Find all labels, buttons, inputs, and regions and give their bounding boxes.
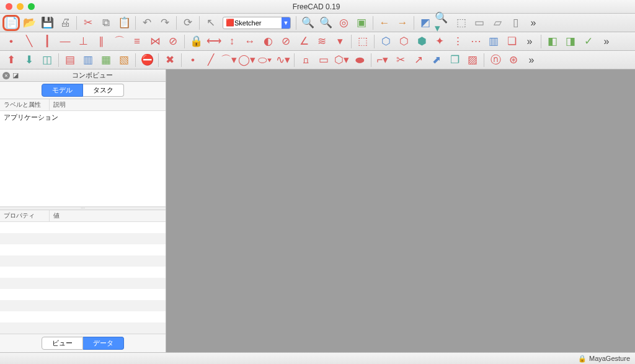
toolbar-overflow-icon[interactable]: » xyxy=(521,33,538,50)
copy-icon[interactable]: ⧉ xyxy=(97,15,115,31)
zoom-dropdown-icon[interactable]: 🔍▾ xyxy=(435,15,452,31)
sketch-point-icon[interactable]: • xyxy=(2,33,20,50)
open-file-icon[interactable]: 📂 xyxy=(20,15,38,31)
stop-icon[interactable]: ⛔ xyxy=(138,52,156,68)
zoom-fit-icon[interactable]: 🔍 xyxy=(299,15,316,31)
sel-horiz-icon[interactable]: ⋯ xyxy=(467,33,484,50)
snell-icon[interactable]: ≋ xyxy=(313,33,331,50)
bspline-knot-icon[interactable]: ⊛ xyxy=(505,52,522,68)
close-window-icon[interactable] xyxy=(6,3,12,10)
geo-ellipse-icon[interactable]: ⬭▾ xyxy=(256,52,273,68)
toolbar-overflow-icon[interactable]: » xyxy=(523,52,540,68)
sel-vert-icon[interactable]: ⋮ xyxy=(449,33,466,50)
bbox-icon[interactable]: ▣ xyxy=(353,15,370,31)
bspline-degree-icon[interactable]: ⓝ xyxy=(487,52,504,68)
geo-arc-icon[interactable]: ⌒▾ xyxy=(220,52,238,68)
dim-dia-icon[interactable]: ⊘ xyxy=(277,33,295,50)
zoom-select-icon[interactable]: 🔍 xyxy=(317,15,334,31)
dim-ang-icon[interactable]: ∠ xyxy=(295,33,313,50)
toolbar-overflow-icon[interactable]: » xyxy=(525,15,542,31)
dim-rad-icon[interactable]: ◐ xyxy=(259,33,277,50)
iso-icon[interactable]: ◩ xyxy=(417,15,434,31)
extend-icon[interactable]: ↗ xyxy=(410,52,427,68)
nav-back-icon[interactable]: ← xyxy=(376,15,393,31)
nav-fwd-icon[interactable]: → xyxy=(394,15,411,31)
sketch-equal-icon[interactable]: ≡ xyxy=(128,33,146,50)
nav-lock-icon[interactable]: 🔒 xyxy=(578,355,587,363)
map-sketch-icon[interactable]: ◧ xyxy=(544,33,561,50)
geo-circle-icon[interactable]: ◯▾ xyxy=(238,52,255,68)
geo-point-icon[interactable]: • xyxy=(184,52,202,68)
select-elements-icon[interactable]: ⬢ xyxy=(413,33,430,50)
tree-view[interactable]: アプリケーション xyxy=(0,111,166,206)
sketch-perpendicular-icon[interactable]: ⊥ xyxy=(74,33,92,50)
minimize-window-icon[interactable] xyxy=(17,3,24,10)
dim-v-icon[interactable]: ↕ xyxy=(223,33,241,50)
draw-style-icon[interactable]: ◎ xyxy=(335,15,352,31)
print-icon[interactable]: 🖨 xyxy=(56,15,74,31)
paste-icon[interactable]: 📋 xyxy=(115,15,133,31)
sketch-vline-icon[interactable]: — xyxy=(56,33,74,50)
select-origin-icon[interactable]: ✦ xyxy=(431,33,448,50)
pointer-icon[interactable]: ↖ xyxy=(202,15,220,31)
sketch-symmetry-icon[interactable]: ⋈ xyxy=(146,33,164,50)
carbon-copy-icon[interactable]: ❐ xyxy=(446,52,463,68)
zoom-window-icon[interactable] xyxy=(28,3,35,10)
polygon-icon[interactable]: ⬡▾ xyxy=(333,52,350,68)
cut-icon[interactable]: ✂ xyxy=(79,15,97,31)
new-file-icon[interactable]: 📄 xyxy=(2,15,20,31)
leave-sketch-icon[interactable]: ⬆ xyxy=(2,52,20,68)
combo-view-header[interactable]: × ◪ コンボビュー xyxy=(0,69,166,82)
close-panel-icon[interactable]: × xyxy=(2,72,10,79)
sketch-tangent-icon[interactable]: ⌒ xyxy=(110,33,128,50)
toolbar-overflow-icon[interactable]: » xyxy=(598,33,615,50)
tab-task[interactable]: タスク xyxy=(83,84,124,97)
sketch-parallel-icon[interactable]: ∥ xyxy=(92,33,110,50)
save-icon[interactable]: 💾 xyxy=(38,15,56,31)
slot-icon[interactable]: ⬬ xyxy=(351,52,368,68)
dim-len-icon[interactable]: ↔ xyxy=(241,33,259,50)
sketch-hline-icon[interactable]: ┃ xyxy=(38,33,56,50)
sketch-line-icon[interactable]: ╲ xyxy=(20,33,38,50)
tab-model[interactable]: モデル xyxy=(42,84,83,97)
lock-icon[interactable]: 🔒 xyxy=(187,33,205,50)
tree-root-item[interactable]: アプリケーション xyxy=(4,113,58,121)
prop-col-value[interactable]: 値 xyxy=(50,210,63,221)
fillet-icon[interactable]: ⌐▾ xyxy=(374,52,391,68)
create-sketch-icon[interactable]: ▤ xyxy=(61,52,79,68)
polyline-icon[interactable]: ⩍ xyxy=(297,52,314,68)
tab-data[interactable]: データ xyxy=(83,337,124,350)
select-conflict-icon[interactable]: ⬡ xyxy=(377,33,394,50)
reorient-icon[interactable]: ◨ xyxy=(562,33,579,50)
tree-col-desc[interactable]: 説明 xyxy=(50,99,69,110)
front-icon[interactable]: ▭ xyxy=(471,15,488,31)
3d-viewport[interactable] xyxy=(166,69,635,352)
external-icon[interactable]: ⬈ xyxy=(428,52,445,68)
popout-panel-icon[interactable]: ◪ xyxy=(12,71,19,79)
close-icon[interactable]: ✖ xyxy=(161,52,179,68)
prop-col-name[interactable]: プロパティ xyxy=(0,210,50,221)
tree-col-label[interactable]: ラベルと属性 xyxy=(0,99,50,110)
geo-line-icon[interactable]: ╱ xyxy=(202,52,220,68)
sketch-block-icon[interactable]: ⊘ xyxy=(164,33,182,50)
merge-sketch-icon[interactable]: ▦ xyxy=(97,52,115,68)
workbench-selector[interactable]: 🟥 Sketcher▼ xyxy=(223,17,291,29)
section-icon[interactable]: ◫ xyxy=(38,52,56,68)
refresh-icon[interactable]: ⟳ xyxy=(179,15,197,31)
geo-bspline-icon[interactable]: ∿▾ xyxy=(274,52,291,68)
tab-view[interactable]: ビュー xyxy=(42,337,83,350)
rect-icon[interactable]: ▭ xyxy=(315,52,332,68)
top-icon[interactable]: ▱ xyxy=(489,15,506,31)
view-sketch-icon[interactable]: ⬇ xyxy=(20,52,38,68)
internal-align-icon[interactable]: ▾ xyxy=(331,33,349,50)
undo-icon[interactable]: ↶ xyxy=(138,15,156,31)
right-icon[interactable]: ▯ xyxy=(507,15,524,31)
dim-h-icon[interactable]: ⟷ xyxy=(205,33,223,50)
symmetry-op-icon[interactable]: ▥ xyxy=(485,33,502,50)
edit-sketch-icon[interactable]: ▥ xyxy=(79,52,97,68)
property-view[interactable] xyxy=(0,222,166,334)
trim-icon[interactable]: ✂ xyxy=(392,52,409,68)
mirror-sketch-icon[interactable]: ▧ xyxy=(115,52,133,68)
axo-icon[interactable]: ⬚ xyxy=(453,15,470,31)
nav-style-label[interactable]: MayaGesture xyxy=(589,355,630,362)
